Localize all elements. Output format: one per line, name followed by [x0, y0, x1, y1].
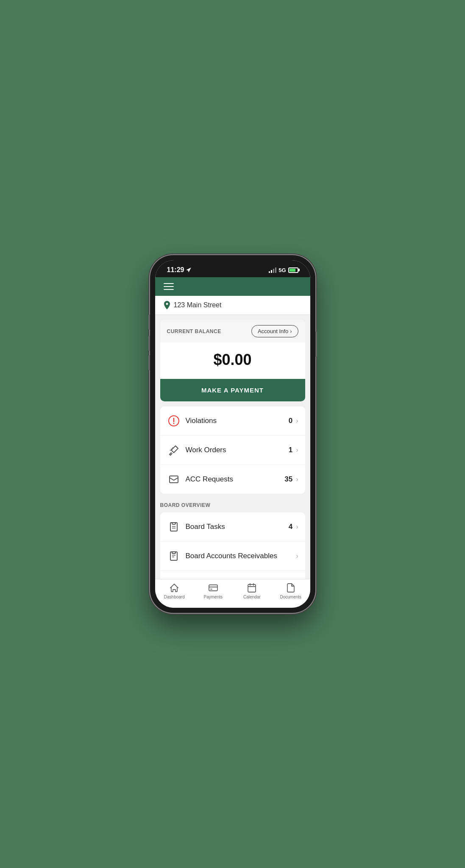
violations-chevron: ›: [296, 417, 298, 425]
hamburger-menu[interactable]: [164, 283, 302, 290]
board-ar-chevron: ›: [296, 552, 298, 560]
notch: [207, 260, 258, 273]
app-header: [155, 277, 310, 296]
svg-rect-11: [209, 585, 217, 591]
status-icons: 5G: [269, 267, 298, 273]
balance-label: CURRENT BALANCE: [167, 328, 221, 334]
acc-requests-chevron: ›: [296, 476, 298, 483]
board-ar-label: Board Accounts Receivables: [186, 552, 296, 560]
work-orders-chevron: ›: [296, 446, 298, 454]
acc-requests-count: 35: [284, 475, 292, 484]
phone-screen: 11:29 5G: [155, 260, 310, 608]
signal-bars: [269, 267, 276, 273]
board-overview-section: Board Tasks 4 › Board Accounts Rece: [160, 512, 305, 579]
violations-menu-item[interactable]: Violations 0 ›: [160, 406, 305, 436]
work-orders-menu-item[interactable]: Work Orders 1 ›: [160, 436, 305, 465]
nav-dashboard[interactable]: Dashboard: [155, 583, 194, 599]
board-tasks-count: 4: [289, 523, 292, 531]
violations-label: Violations: [186, 417, 289, 425]
scroll-content: CURRENT BALANCE Account Info › $0.00 MAK…: [155, 315, 310, 579]
balance-header: CURRENT BALANCE Account Info ›: [160, 320, 305, 342]
battery-fill: [290, 269, 295, 272]
board-overview-header: BOARD OVERVIEW: [155, 495, 310, 512]
board-ar-menu-item[interactable]: Board Accounts Receivables ›: [160, 542, 305, 571]
board-tasks-chevron: ›: [296, 523, 298, 531]
location-pin-icon: [164, 301, 170, 309]
calendar-icon: [247, 583, 257, 593]
acc-requests-label: ACC Requests: [186, 475, 285, 484]
bottom-nav: Dashboard Payments: [155, 579, 310, 608]
account-info-button[interactable]: Account Info ›: [251, 325, 298, 337]
svg-point-2: [173, 423, 174, 424]
nav-payments[interactable]: Payments: [194, 583, 233, 599]
acc-review-menu-item[interactable]: ACC Review 3 ›: [160, 571, 305, 579]
calendar-label: Calendar: [243, 595, 261, 599]
phone-frame: 11:29 5G: [150, 255, 315, 613]
menu-section: Violations 0 › Work Orders: [160, 406, 305, 494]
acc-requests-menu-item[interactable]: ACC Requests 35 ›: [160, 465, 305, 494]
board-ar-icon: [167, 549, 181, 563]
payments-icon: [208, 583, 218, 593]
network-label: 5G: [278, 267, 286, 273]
documents-label: Documents: [280, 595, 301, 599]
payments-label: Payments: [204, 595, 223, 599]
board-tasks-menu-item[interactable]: Board Tasks 4 ›: [160, 512, 305, 542]
dashboard-label: Dashboard: [164, 595, 185, 599]
work-orders-label: Work Orders: [186, 446, 289, 454]
make-payment-button[interactable]: MAKE A PAYMENT: [160, 379, 305, 401]
svg-rect-14: [248, 584, 256, 592]
address-text: 123 Main Street: [174, 301, 222, 309]
acc-requests-icon: [167, 473, 181, 486]
violations-icon: [167, 414, 181, 428]
violations-count: 0: [289, 417, 292, 425]
balance-amount: $0.00: [160, 342, 305, 379]
dashboard-icon: [169, 583, 179, 593]
battery-icon: [288, 267, 298, 273]
work-orders-icon: [167, 443, 181, 457]
board-tasks-label: Board Tasks: [186, 523, 289, 531]
board-tasks-icon: [167, 520, 181, 534]
nav-documents[interactable]: Documents: [271, 583, 310, 599]
svg-rect-3: [170, 476, 178, 483]
balance-card: CURRENT BALANCE Account Info › $0.00 MAK…: [160, 320, 305, 401]
address-bar: 123 Main Street: [155, 296, 310, 315]
work-orders-count: 1: [289, 446, 292, 454]
status-time: 11:29: [167, 266, 192, 274]
location-arrow-icon: [186, 267, 192, 273]
documents-icon: [286, 583, 296, 593]
nav-calendar[interactable]: Calendar: [233, 583, 272, 599]
